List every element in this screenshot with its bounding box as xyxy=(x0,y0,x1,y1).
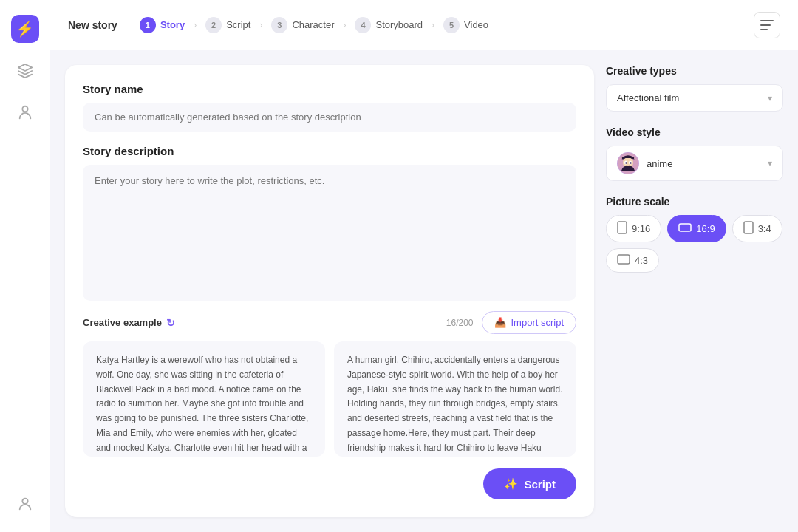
step-2[interactable]: 2 Script xyxy=(198,13,258,38)
import-script-button[interactable]: 📥 Import script xyxy=(482,311,576,334)
creative-types-section: Creative types Affectional film ▾ xyxy=(606,65,783,112)
svg-rect-14 xyxy=(744,222,753,233)
step-5[interactable]: 5 Video xyxy=(436,13,496,38)
example-card-0[interactable]: Katya Hartley is a werewolf who has not … xyxy=(83,341,325,457)
video-style-title: Video style xyxy=(606,126,783,138)
svg-marker-0 xyxy=(18,64,31,71)
step-5-label: Video xyxy=(464,19,488,30)
creative-example-label: Creative example ↻ xyxy=(83,317,175,329)
sidebar-item-profile[interactable] xyxy=(12,491,38,517)
step-1[interactable]: 1 Story xyxy=(132,13,192,38)
arrow-3: › xyxy=(343,20,346,30)
script-button-label: Script xyxy=(524,478,556,491)
app-logo[interactable]: ⚡ xyxy=(11,15,39,43)
scale-options: 9:16 16:9 3:4 xyxy=(606,215,783,273)
step-2-number: 2 xyxy=(205,17,222,33)
creative-types-dropdown[interactable]: Affectional film ▾ xyxy=(606,84,783,112)
scale-option-16-9[interactable]: 16:9 xyxy=(667,215,726,242)
story-name-input[interactable] xyxy=(83,103,576,132)
new-story-label: New story xyxy=(68,19,117,31)
script-button-icon: ✨ xyxy=(504,477,518,491)
step-3[interactable]: 3 Character xyxy=(264,13,341,38)
step-3-number: 3 xyxy=(271,17,287,33)
menu-button[interactable] xyxy=(754,12,780,38)
svg-point-10 xyxy=(625,162,627,163)
step-5-number: 5 xyxy=(443,17,460,33)
right-panel: Creative types Affectional film ▾ Video … xyxy=(606,65,783,517)
steps-nav: 1 Story › 2 Script › 3 Character › 4 Sto… xyxy=(132,13,496,38)
anime-avatar xyxy=(617,152,639,174)
import-icon: 📥 xyxy=(494,317,506,328)
video-style-section: Video style xyxy=(606,126,783,181)
creative-example-bar: Creative example ↻ 16/200 📥 Import scrip… xyxy=(83,311,576,334)
arrow-4: › xyxy=(432,20,434,30)
refresh-icon[interactable]: ↻ xyxy=(166,317,175,329)
story-name-label: Story name xyxy=(83,83,576,95)
scale-option-9-16[interactable]: 9:16 xyxy=(606,215,661,242)
svg-rect-4 xyxy=(760,24,771,26)
story-description-label: Story description xyxy=(83,145,576,157)
picture-scale-section: Picture scale 9:16 16:9 xyxy=(606,196,783,273)
sidebar-item-user[interactable] xyxy=(12,99,38,126)
sidebar: ⚡ xyxy=(0,0,50,532)
video-style-left: anime xyxy=(617,152,672,174)
step-4[interactable]: 4 Storyboard xyxy=(347,13,430,38)
scale-16-9-icon xyxy=(678,223,692,234)
story-panel: Story name Story description Creative ex… xyxy=(65,65,594,517)
example-cards: Katya Hartley is a werewolf who has not … xyxy=(83,341,576,457)
scale-option-4-3[interactable]: 4:3 xyxy=(606,248,659,273)
scale-4-3-label: 4:3 xyxy=(635,255,648,266)
svg-rect-15 xyxy=(618,255,630,264)
creative-types-value: Affectional film xyxy=(617,92,679,103)
scale-9-16-icon xyxy=(617,221,627,236)
scale-option-3-4[interactable]: 3:4 xyxy=(732,215,782,242)
example-card-1[interactable]: A human girl, Chihiro, accidentally ente… xyxy=(334,341,576,457)
video-style-dropdown[interactable]: anime ▾ xyxy=(606,146,783,181)
scale-9-16-label: 9:16 xyxy=(632,223,650,234)
video-style-value: anime xyxy=(647,158,672,169)
script-button[interactable]: ✨ Script xyxy=(483,468,576,499)
step-4-label: Storyboard xyxy=(375,19,423,30)
step-2-label: Script xyxy=(226,19,250,30)
step-3-label: Character xyxy=(292,19,334,30)
page-body: Story name Story description Creative ex… xyxy=(50,50,798,532)
svg-point-11 xyxy=(630,162,631,163)
main-content: New story 1 Story › 2 Script › 3 Charact… xyxy=(50,0,798,532)
arrow-1: › xyxy=(194,20,197,30)
logo-icon: ⚡ xyxy=(16,20,34,38)
scale-16-9-label: 16:9 xyxy=(696,223,715,234)
svg-point-1 xyxy=(22,106,27,112)
scale-4-3-icon xyxy=(617,254,630,267)
svg-point-2 xyxy=(22,499,27,504)
video-style-chevron-icon: ▾ xyxy=(768,158,772,168)
char-count: 16/200 xyxy=(446,318,474,328)
arrow-2: › xyxy=(259,20,262,30)
chevron-down-icon: ▾ xyxy=(768,93,772,103)
step-1-number: 1 xyxy=(140,17,156,33)
picture-scale-title: Picture scale xyxy=(606,196,783,208)
scale-3-4-icon xyxy=(743,221,754,236)
creative-types-title: Creative types xyxy=(606,65,783,77)
scale-3-4-label: 3:4 xyxy=(758,223,771,234)
svg-rect-12 xyxy=(618,222,627,233)
svg-rect-3 xyxy=(760,20,774,21)
svg-rect-13 xyxy=(679,224,691,231)
top-nav: New story 1 Story › 2 Script › 3 Charact… xyxy=(50,0,798,50)
svg-rect-5 xyxy=(760,29,768,30)
step-4-number: 4 xyxy=(355,17,371,33)
sidebar-item-layers[interactable] xyxy=(12,58,38,84)
story-description-textarea[interactable] xyxy=(83,165,576,301)
bottom-row: ✨ Script xyxy=(83,468,576,499)
step-1-label: Story xyxy=(160,19,185,30)
